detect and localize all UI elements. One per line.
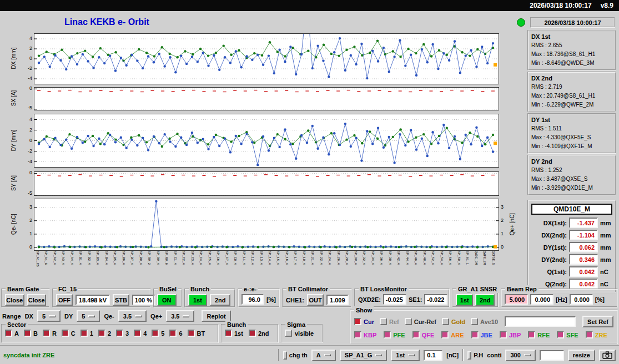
fc15-off-button[interactable]: OFF	[56, 294, 73, 306]
sector-checkbox-C[interactable]	[62, 330, 69, 337]
show-item-label: Cur	[364, 318, 374, 325]
sector-checkbox-B[interactable]	[24, 330, 31, 337]
range-qem-dropdown[interactable]: 3.5	[118, 310, 147, 322]
bpm-select-dropdown[interactable]: SP_A1_G	[340, 350, 387, 361]
show-checkbox-QFE[interactable]	[412, 331, 420, 338]
sector-checkbox-2[interactable]	[98, 330, 105, 337]
stat-box: DY 1stRMS : 1.511Max : 4.330@QXF5E_SMin …	[527, 113, 616, 154]
x-axis-label: SP_48_4	[422, 251, 426, 265]
plot-dx	[34, 33, 499, 84]
y-tick-label: 2	[19, 46, 32, 51]
show-checkbox-SFE[interactable]	[557, 331, 564, 338]
sector-label: R	[52, 330, 57, 337]
sigma-visible-checkbox[interactable]	[285, 330, 292, 337]
show-checkbox-ZRE[interactable]	[586, 331, 593, 338]
beam-rep-group: Beam Rep 5.000 0.000 [Hz] 0.000 [%]	[501, 289, 618, 307]
stat-title: DX 1st	[531, 32, 612, 41]
x-axis-label: SP_B4_4	[104, 251, 108, 265]
bpm-row-value: 0.042	[569, 266, 598, 277]
y-axis-title: DX [mm]	[11, 48, 17, 69]
replot-button[interactable]: Replot	[202, 310, 230, 322]
ref-input[interactable]	[505, 316, 576, 327]
x-axis-label: SP_61_1	[465, 251, 469, 265]
bpm-name: QMD10E_M	[531, 204, 612, 215]
fc15-stb-button[interactable]: STB	[113, 294, 129, 306]
stat-line: Min : -6.229@QWFE_2M	[531, 100, 612, 109]
interval-dropdown[interactable]: 300	[505, 350, 535, 361]
range-dx-dropdown[interactable]: 5	[37, 310, 61, 322]
beam-gate-close-2-button[interactable]: Close	[27, 294, 47, 306]
bunch-bottom-label: 2nd	[258, 330, 269, 337]
sector-checkbox-BT[interactable]	[188, 330, 195, 337]
x-axis-label: SP_26_4	[336, 251, 340, 265]
busel-on-button[interactable]: ON	[157, 294, 177, 306]
x-axis-label: SP_A3_4	[61, 251, 65, 265]
y-tick-label: 4	[19, 36, 32, 41]
show-checkbox-PFE[interactable]	[384, 331, 391, 338]
y-axis-title-right: Qe+ [nC]	[509, 213, 515, 235]
x-axis-label: SP_32_4	[362, 251, 366, 265]
bpm-row-label: DY(1st):	[543, 244, 567, 251]
plot-sy	[34, 171, 499, 196]
y-tick-label: 0	[501, 244, 511, 250]
show-checkbox-RFE[interactable]	[528, 331, 535, 338]
gr-a1-1st-button[interactable]: 1st	[456, 294, 473, 306]
bunch-bottom-checkbox-1st[interactable]	[225, 330, 232, 337]
bunch-select-dropdown[interactable]: 1st	[391, 350, 420, 361]
bunch-bottom-checkbox-2nd[interactable]	[249, 330, 256, 337]
set-ref-button[interactable]: Set Ref	[582, 316, 613, 327]
sector-checkbox-3[interactable]	[116, 330, 123, 337]
bunch-1st-button[interactable]: 1st	[188, 294, 207, 306]
sector-checkbox-A[interactable]	[5, 330, 12, 337]
gr-a1-2nd-button[interactable]: 2nd	[475, 294, 495, 306]
y-tick-label: 0	[19, 170, 32, 175]
stats-panel: DX 1stRMS : 2.655Max : 18.736@S8_61_H1Mi…	[527, 30, 616, 196]
statusbar-input[interactable]	[540, 350, 564, 361]
show-checkbox-Ave10[interactable]	[471, 318, 478, 325]
ph-label: P.H	[474, 352, 483, 358]
x-axis-label: SP_A1_C5	[36, 251, 39, 267]
resize-button[interactable]: resize	[568, 350, 595, 361]
sector-checkbox-4[interactable]	[134, 330, 141, 337]
sector-item: C	[62, 330, 76, 337]
show-checkbox-JBP[interactable]	[500, 331, 507, 338]
chg-th-label: chg th	[289, 352, 308, 358]
ph-checkbox[interactable]	[467, 351, 471, 360]
se1-label: SE1:	[409, 296, 422, 303]
show-item: Ave10	[471, 318, 498, 325]
sector-checkbox-R[interactable]	[43, 330, 50, 337]
dropdown-bar-icon	[49, 315, 56, 317]
sector-checkbox-5[interactable]	[152, 330, 159, 337]
beam-gate-close-1-button[interactable]: Close	[5, 294, 24, 306]
range-qep-dropdown[interactable]: 3.5	[166, 310, 194, 322]
show-checkbox-Ref[interactable]	[380, 318, 387, 325]
bpm-select-value: SP_A1_G	[345, 352, 373, 358]
show-checkbox-ARE[interactable]	[441, 331, 449, 338]
bt-collimator-label: BT Collimator	[286, 285, 330, 293]
chg-th-checkbox[interactable]	[283, 351, 287, 360]
separator	[462, 349, 464, 361]
x-axis-label: SP_R0_2	[147, 251, 151, 265]
show-checkbox-Cur-Ref[interactable]	[405, 318, 412, 325]
x-axis-label: SP_46_4	[414, 251, 417, 265]
qxd2e-label: QXD2E:	[358, 296, 381, 303]
mode-dropdown[interactable]: A	[311, 350, 336, 361]
camera-button[interactable]	[599, 350, 616, 361]
show-checkbox-KBP[interactable]	[354, 331, 361, 338]
show-checkbox-Gold[interactable]	[442, 318, 449, 325]
x-axis-label: SP_B7_4	[130, 251, 134, 265]
sector-checkbox-1[interactable]	[80, 330, 88, 337]
show-checkbox-JBE[interactable]	[471, 331, 479, 338]
bunch-2nd-button[interactable]: 2nd	[210, 294, 231, 306]
threshold-input[interactable]	[424, 350, 442, 361]
che1-out-button[interactable]: OUT	[307, 294, 324, 306]
range-dy-dropdown[interactable]: 5	[77, 310, 100, 322]
se1-value: -0.022	[424, 294, 447, 305]
sector-checkbox-6[interactable]	[169, 330, 177, 337]
stat-line: Max : 20.749@S8_61_H1	[531, 92, 612, 100]
show-checkbox-Cur[interactable]	[354, 318, 361, 325]
fc15-kv-value: 18.498 kV	[76, 295, 110, 305]
bt-collimator-group: BT Collimator CHE1: OUT 1.009	[282, 289, 352, 307]
y-tick-label: 1	[19, 231, 32, 236]
bpm-row-value: 0.062	[569, 242, 598, 252]
